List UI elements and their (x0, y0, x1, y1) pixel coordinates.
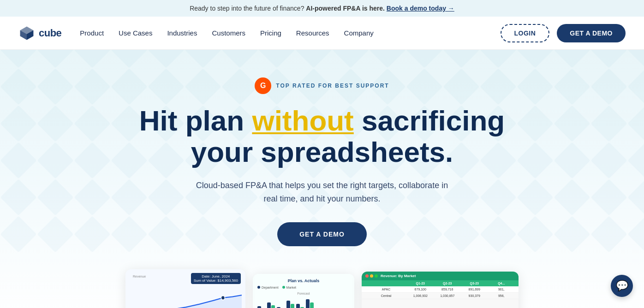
login-button[interactable]: LOGIN (501, 24, 550, 42)
bar-chart (257, 297, 350, 308)
hero-badge: G TOP RATED FOR BEST SUPPORT (255, 77, 389, 94)
nav-use-cases[interactable]: Use Cases (119, 29, 152, 37)
legend-department: Department (257, 286, 279, 289)
get-demo-button[interactable]: GET A DEMO (557, 24, 626, 42)
title-highlight: without (252, 105, 353, 136)
badge-text: TOP RATED FOR BEST SUPPORT (276, 83, 389, 89)
screenshot-chart: Date: June, 2024 Sum of Value: $14,903,5… (125, 269, 245, 308)
screenshots-row: Date: June, 2024 Sum of Value: $14,903,5… (9, 269, 635, 308)
banner-text: Ready to step into the future of finance… (190, 5, 304, 12)
title-before: Hit plan (139, 105, 252, 136)
hero-subtitle: Cloud-based FP&A that helps you set the … (193, 179, 451, 206)
nav-industries[interactable]: Industries (167, 29, 197, 37)
nav-actions: LOGIN GET A DEMO (501, 24, 626, 42)
logo-icon (18, 25, 35, 41)
table-sub-header: Q1-23 Q2-23 Q3-23 Q4... (362, 280, 519, 286)
nav-customers[interactable]: Customers (212, 29, 245, 37)
forecast-label: Forecast (257, 292, 350, 295)
logo-text: cube (39, 27, 61, 39)
nav-links: Product Use Cases Industries Customers P… (80, 29, 500, 37)
table-row-central: Central 1,006,932 1,030,857 930,379 956, (362, 293, 519, 299)
chart-tooltip: Date: June, 2024 Sum of Value: $14,903,5… (191, 273, 241, 284)
table-header-text: Revenue: By Market (381, 274, 416, 278)
navbar: cube Product Use Cases Industries Custom… (0, 17, 644, 50)
top-banner: Ready to step into the future of finance… (0, 0, 644, 17)
chat-button[interactable]: 💬 (611, 275, 633, 297)
screenshot-table: Revenue: By Market Q1-23 Q2-23 Q3-23 Q4.… (362, 272, 519, 308)
plan-title: Plan vs. Actuals (257, 278, 350, 283)
table-row-apac: APAC 679,100 859,716 891,699 901, (362, 286, 519, 293)
chat-icon: 💬 (616, 280, 628, 292)
screenshot-plan: Plan vs. Actuals Department Market Forec… (253, 274, 354, 308)
legend-market: Market (282, 286, 296, 289)
hero-cta-button[interactable]: GET A DEMO (277, 222, 367, 246)
chart-svg (129, 287, 242, 308)
banner-cta[interactable]: Book a demo today → (387, 5, 454, 12)
nav-pricing[interactable]: Pricing (260, 29, 281, 37)
nav-resources[interactable]: Resources (296, 29, 329, 37)
hero-title: Hit plan without sacrificing your spread… (114, 105, 530, 168)
banner-bold: AI-powered FP&A is here. (306, 5, 385, 12)
svg-point-5 (221, 296, 225, 300)
nav-product[interactable]: Product (80, 29, 104, 37)
g2-icon: G (255, 77, 271, 94)
nav-company[interactable]: Company (344, 29, 374, 37)
logo-link[interactable]: cube (18, 25, 61, 41)
plan-legend: Department Market (257, 286, 350, 289)
hero-section: G TOP RATED FOR BEST SUPPORT Hit plan wi… (0, 50, 644, 308)
